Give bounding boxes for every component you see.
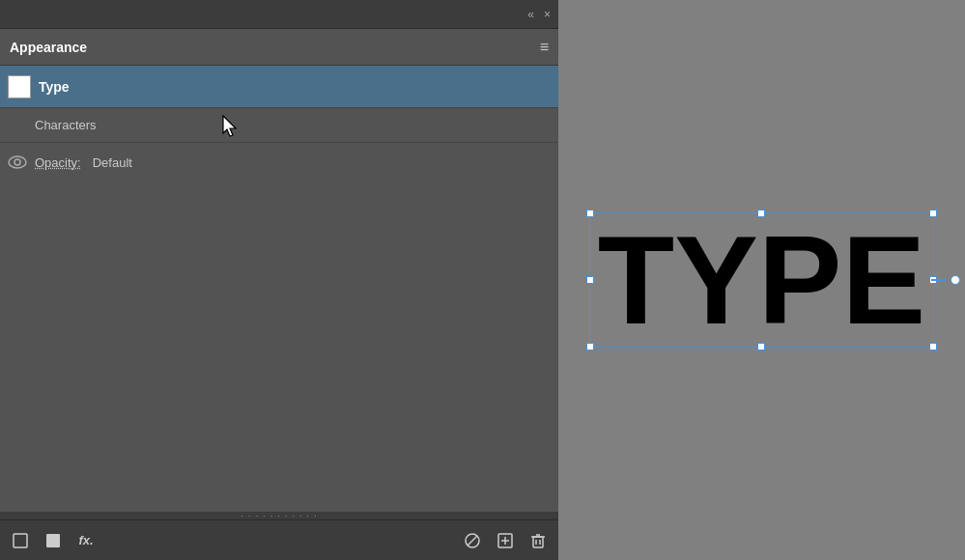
type-row[interactable]: Type (0, 66, 558, 108)
panel-resize-handle[interactable]: · · · · · · · · · · · (0, 512, 558, 519)
handle-bottom-center[interactable] (757, 343, 765, 350)
connector-circle[interactable] (951, 275, 960, 285)
canvas-area[interactable]: TYPE (558, 0, 965, 560)
handle-top-right[interactable] (929, 210, 937, 217)
appearance-panel: « × Appearance ≡ Type Characters Opacit (0, 0, 558, 560)
handle-bottom-right[interactable] (929, 343, 937, 350)
double-arrow-icon[interactable]: « (527, 8, 534, 21)
type-color-swatch[interactable] (8, 75, 31, 98)
characters-row[interactable]: Characters (0, 108, 558, 143)
panel-content: Type Characters Opacity: Default (0, 66, 558, 512)
svg-rect-2 (14, 534, 27, 547)
panel-title-row: Appearance ≡ (0, 29, 558, 66)
svg-line-5 (468, 536, 477, 546)
connector-line (931, 279, 947, 281)
type-label: Type (39, 79, 70, 95)
opacity-label[interactable]: Opacity: (35, 155, 81, 170)
panel-menu-icon[interactable]: ≡ (540, 39, 549, 56)
svg-rect-9 (533, 537, 543, 547)
svg-point-0 (9, 156, 26, 168)
layer-comp-button[interactable] (41, 528, 66, 553)
titlebar-icons: « × (527, 8, 551, 21)
handle-top-left[interactable] (586, 210, 594, 217)
opacity-row: Opacity: Default (0, 143, 558, 182)
handle-middle-left[interactable] (586, 276, 594, 284)
eye-icon[interactable] (8, 155, 27, 169)
type-text: TYPE (590, 213, 934, 347)
delete-button[interactable] (525, 528, 551, 553)
svg-point-1 (14, 159, 20, 165)
svg-rect-3 (46, 534, 60, 547)
handle-top-center[interactable] (757, 210, 765, 217)
fx-button[interactable]: fx. (73, 528, 99, 553)
no-button[interactable] (460, 528, 485, 553)
add-button[interactable] (493, 528, 518, 553)
panel-toolbar: fx. (0, 519, 558, 560)
fx-label: fx. (78, 533, 93, 547)
selection-box[interactable]: TYPE (589, 212, 935, 348)
characters-label: Characters (35, 118, 97, 132)
close-icon[interactable]: × (544, 8, 551, 21)
connector-handle[interactable] (931, 275, 960, 285)
handle-bottom-left[interactable] (586, 343, 594, 350)
panel-titlebar: « × (0, 0, 558, 29)
new-layer-button[interactable] (8, 528, 33, 553)
opacity-value: Default (93, 155, 132, 170)
panel-title: Appearance (10, 40, 87, 55)
